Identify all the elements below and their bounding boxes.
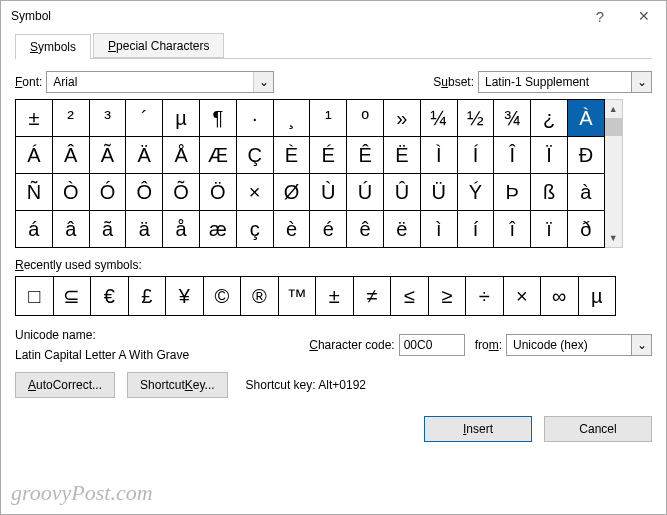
- font-label: Font:: [15, 75, 42, 89]
- symbol-cell[interactable]: ä: [126, 211, 163, 248]
- symbol-cell[interactable]: Ó: [90, 174, 127, 211]
- titlebar: Symbol ? ✕: [1, 1, 666, 31]
- symbol-cell[interactable]: ß: [531, 174, 568, 211]
- recent-symbol-cell[interactable]: ≤: [391, 277, 429, 315]
- symbol-cell[interactable]: â: [53, 211, 90, 248]
- tab-symbols[interactable]: Symbols: [15, 34, 91, 59]
- tab-special-characters[interactable]: Ppecial Characters: [93, 33, 224, 58]
- recent-symbol-cell[interactable]: □: [16, 277, 54, 315]
- symbol-cell[interactable]: Ä: [126, 137, 163, 174]
- symbol-cell[interactable]: È: [274, 137, 311, 174]
- symbol-cell[interactable]: ½: [458, 100, 495, 137]
- symbol-cell[interactable]: Û: [384, 174, 421, 211]
- symbol-cell[interactable]: Ï: [531, 137, 568, 174]
- symbol-cell[interactable]: ï: [531, 211, 568, 248]
- recent-symbol-cell[interactable]: ÷: [466, 277, 504, 315]
- symbol-cell[interactable]: ¾: [494, 100, 531, 137]
- symbol-cell[interactable]: Ú: [347, 174, 384, 211]
- recent-symbol-cell[interactable]: ×: [504, 277, 542, 315]
- symbol-cell[interactable]: Þ: [494, 174, 531, 211]
- symbol-cell[interactable]: ´: [126, 100, 163, 137]
- symbol-cell[interactable]: Ø: [274, 174, 311, 211]
- symbol-cell[interactable]: º: [347, 100, 384, 137]
- subset-label: Subset:: [433, 75, 474, 89]
- autocorrect-button[interactable]: AutoCorrect...: [15, 372, 115, 398]
- cancel-button[interactable]: Cancel: [544, 416, 652, 442]
- symbol-cell[interactable]: à: [568, 174, 605, 211]
- symbol-cell[interactable]: è: [274, 211, 311, 248]
- symbol-cell[interactable]: Ì: [421, 137, 458, 174]
- scroll-up-icon[interactable]: ▲: [605, 100, 622, 118]
- shortcut-key-button[interactable]: Shortcut Key...: [127, 372, 228, 398]
- recent-symbol-cell[interactable]: ≠: [354, 277, 392, 315]
- recent-symbol-cell[interactable]: €: [91, 277, 129, 315]
- symbol-cell[interactable]: Õ: [163, 174, 200, 211]
- symbol-cell[interactable]: ¶: [200, 100, 237, 137]
- symbol-cell[interactable]: í: [458, 211, 495, 248]
- symbol-cell[interactable]: î: [494, 211, 531, 248]
- symbol-cell[interactable]: Ç: [237, 137, 274, 174]
- symbol-cell[interactable]: æ: [200, 211, 237, 248]
- symbol-cell[interactable]: Ô: [126, 174, 163, 211]
- font-value: Arial: [47, 75, 253, 89]
- symbol-cell[interactable]: É: [310, 137, 347, 174]
- symbol-cell[interactable]: ±: [16, 100, 53, 137]
- symbol-cell[interactable]: Á: [16, 137, 53, 174]
- symbol-cell[interactable]: Æ: [200, 137, 237, 174]
- recent-symbol-cell[interactable]: ∞: [541, 277, 579, 315]
- symbol-cell[interactable]: Ò: [53, 174, 90, 211]
- recent-symbol-cell[interactable]: ¥: [166, 277, 204, 315]
- recent-symbol-cell[interactable]: ≥: [429, 277, 467, 315]
- recent-symbol-cell[interactable]: ±: [316, 277, 354, 315]
- symbol-cell[interactable]: ·: [237, 100, 274, 137]
- symbol-cell[interactable]: Ö: [200, 174, 237, 211]
- symbol-cell[interactable]: ê: [347, 211, 384, 248]
- symbol-cell[interactable]: ç: [237, 211, 274, 248]
- scrollbar-thumb[interactable]: [605, 118, 622, 136]
- symbol-cell[interactable]: ã: [90, 211, 127, 248]
- symbol-cell[interactable]: Ê: [347, 137, 384, 174]
- symbol-cell[interactable]: ³: [90, 100, 127, 137]
- symbol-cell[interactable]: ¹: [310, 100, 347, 137]
- symbol-cell[interactable]: å: [163, 211, 200, 248]
- symbol-cell[interactable]: Ð: [568, 137, 605, 174]
- symbol-cell[interactable]: ì: [421, 211, 458, 248]
- scroll-down-icon[interactable]: ▼: [605, 229, 622, 247]
- symbol-cell[interactable]: ð: [568, 211, 605, 248]
- symbol-cell[interactable]: Â: [53, 137, 90, 174]
- symbol-cell[interactable]: ë: [384, 211, 421, 248]
- symbol-cell[interactable]: ²: [53, 100, 90, 137]
- symbol-cell[interactable]: Ñ: [16, 174, 53, 211]
- symbol-cell[interactable]: á: [16, 211, 53, 248]
- subset-select[interactable]: Latin-1 Supplement: [478, 71, 632, 93]
- symbol-cell[interactable]: ¿: [531, 100, 568, 137]
- help-button[interactable]: ?: [578, 1, 622, 31]
- symbol-cell[interactable]: Î: [494, 137, 531, 174]
- symbol-cell[interactable]: ×: [237, 174, 274, 211]
- grid-scrollbar[interactable]: ▲ ▼: [605, 99, 623, 248]
- symbol-cell[interactable]: À: [568, 100, 605, 137]
- insert-button[interactable]: Insert: [424, 416, 532, 442]
- symbol-cell[interactable]: ¼: [421, 100, 458, 137]
- symbol-cell[interactable]: Ý: [458, 174, 495, 211]
- symbol-cell[interactable]: Ë: [384, 137, 421, 174]
- font-select[interactable]: Arial ⌄: [46, 71, 274, 93]
- symbol-cell[interactable]: é: [310, 211, 347, 248]
- close-button[interactable]: ✕: [622, 1, 666, 31]
- charcode-input[interactable]: [399, 334, 465, 356]
- recent-symbol-cell[interactable]: ®: [241, 277, 279, 315]
- recent-symbol-cell[interactable]: ©: [204, 277, 242, 315]
- symbol-cell[interactable]: ¸: [274, 100, 311, 137]
- symbol-cell[interactable]: Å: [163, 137, 200, 174]
- symbol-cell[interactable]: Ã: [90, 137, 127, 174]
- symbol-cell[interactable]: Í: [458, 137, 495, 174]
- recent-symbol-cell[interactable]: ™: [279, 277, 317, 315]
- symbol-cell[interactable]: Ü: [421, 174, 458, 211]
- from-select[interactable]: Unicode (hex): [506, 334, 632, 356]
- recent-symbol-cell[interactable]: ⊆: [54, 277, 92, 315]
- symbol-cell[interactable]: µ: [163, 100, 200, 137]
- symbol-cell[interactable]: »: [384, 100, 421, 137]
- symbol-cell[interactable]: Ù: [310, 174, 347, 211]
- recent-symbol-cell[interactable]: µ: [579, 277, 617, 315]
- recent-symbol-cell[interactable]: £: [129, 277, 167, 315]
